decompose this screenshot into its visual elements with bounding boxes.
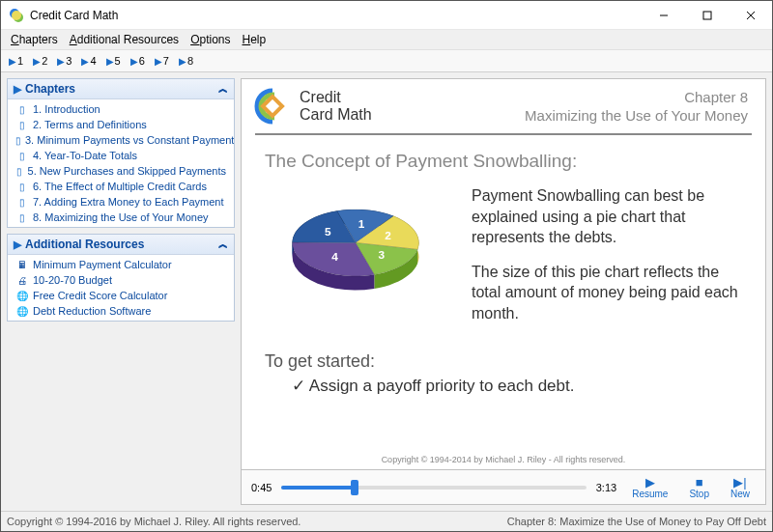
svg-text:2: 2 <box>385 229 391 242</box>
sidebar-chapter-item[interactable]: ▯6. The Effect of Multiple Credit Cards <box>8 179 234 194</box>
divider <box>255 133 752 135</box>
sidebar-chapter-item[interactable]: ▯8. Maximizing the Use of Your Money <box>8 210 234 225</box>
skip-icon: ▶| <box>733 476 746 489</box>
paragraph-2: The size of this pie chart reflects the … <box>472 262 742 324</box>
toolbar-chapter-5[interactable]: ▶5 <box>102 53 125 69</box>
minimize-button[interactable] <box>642 1 685 29</box>
resources-panel: ▶ Additional Resources ︽ 🖩Minimum Paymen… <box>7 234 235 322</box>
chapter-name: Maximizing the Use of Your Money <box>525 106 748 126</box>
chapter-label: Chapter 8 <box>525 88 748 107</box>
menu-help[interactable]: Help <box>237 31 272 48</box>
page-icon: ▯ <box>15 104 29 115</box>
resource-icon: 🌐 <box>15 306 29 317</box>
chapters-panel: ▶ Chapters ︽ ▯1. Introduction▯2. Terms a… <box>7 78 235 228</box>
slide-copyright: Copyright © 1994-2014 by Michael J. Rile… <box>242 451 765 469</box>
sidebar-chapter-item[interactable]: ▯3. Minimum Payments vs Constant Payment… <box>8 132 234 148</box>
progress-slider[interactable] <box>281 486 586 490</box>
toolbar-chapter-8[interactable]: ▶8 <box>175 53 197 69</box>
toolbar-chapter-7[interactable]: ▶7 <box>151 53 173 69</box>
toolbar-chapter-3[interactable]: ▶3 <box>53 53 75 69</box>
status-right: Chapter 8: Maximize the Use of Money to … <box>507 516 766 527</box>
sidebar-chapter-item[interactable]: ▯7. Adding Extra Money to Each Payment <box>8 194 234 210</box>
page-icon: ▯ <box>15 166 24 177</box>
window-title: Credit Card Math <box>30 9 642 22</box>
sidebar-chapter-item[interactable]: ▯4. Year-To-Date Totals <box>8 148 234 163</box>
svg-text:1: 1 <box>358 217 365 231</box>
resources-panel-header[interactable]: ▶ Additional Resources ︽ <box>8 235 234 255</box>
resource-icon: 🌐 <box>15 291 29 301</box>
status-left: Copyright © 1994-2016 by Michael J. Rile… <box>7 516 301 527</box>
menu-options[interactable]: Options <box>185 31 236 48</box>
svg-point-2 <box>12 11 21 20</box>
sidebar-resource-item[interactable]: 🌐Free Credit Score Calculator <box>8 288 234 303</box>
sidebar-resource-item[interactable]: 🖨10-20-70 Budget <box>8 272 234 288</box>
status-bar: Copyright © 1994-2016 by Michael J. Rile… <box>1 511 772 531</box>
time-elapsed: 0:45 <box>251 482 272 493</box>
collapse-icon: ︽ <box>218 82 228 96</box>
close-button[interactable] <box>729 1 772 29</box>
play-icon: ▶ <box>9 56 16 67</box>
menu-chapters[interactable]: Chapters <box>5 31 64 48</box>
slide-body: The Concept of Payment Snowballing: 1234… <box>242 145 765 451</box>
brand-line2: Card Math <box>300 106 372 124</box>
toolbar-chapter-2[interactable]: ▶2 <box>29 53 51 69</box>
play-icon: ▶ <box>57 56 65 67</box>
resources-title: Additional Resources <box>25 238 144 251</box>
stop-icon: ■ <box>696 476 703 489</box>
page-icon: ▯ <box>15 151 29 161</box>
maximize-button[interactable] <box>685 1 729 29</box>
sidebar-resource-item[interactable]: 🌐Debt Reduction Software <box>8 303 234 319</box>
brand: Credit Card Math <box>253 87 372 126</box>
menubar: Chapters Additional Resources Options He… <box>1 30 772 49</box>
sidebar-chapter-item[interactable]: ▯2. Terms and Definitions <box>8 117 234 132</box>
brand-line1: Credit <box>300 89 372 106</box>
chapters-title: Chapters <box>25 82 75 96</box>
chapter-heading: Chapter 8 Maximizing the Use of Your Mon… <box>525 88 748 126</box>
slide-heading: The Concept of Payment Snowballing: <box>265 151 742 172</box>
svg-text:4: 4 <box>331 250 338 264</box>
menu-resources[interactable]: Additional Resources <box>64 31 185 48</box>
new-button[interactable]: ▶|New <box>725 476 756 499</box>
play-icon: ▶ <box>106 56 114 67</box>
collapse-icon: ︽ <box>218 238 228 251</box>
chapters-panel-header[interactable]: ▶ Chapters ︽ <box>8 79 234 99</box>
page-icon: ▯ <box>15 135 21 146</box>
toolbar: ▶1▶2▶3▶4▶5▶6▶7▶8 <box>1 49 772 72</box>
stop-button[interactable]: ■Stop <box>683 476 715 499</box>
sidebar-chapter-item[interactable]: ▯5. New Purchases and Skipped Payments <box>8 163 234 179</box>
resource-icon: 🖨 <box>15 275 29 286</box>
sidebar: ▶ Chapters ︽ ▯1. Introduction▯2. Terms a… <box>1 72 241 511</box>
paragraph-1: Payment Snowballing can best be explaine… <box>472 185 742 248</box>
play-icon: ▶ <box>14 238 21 251</box>
resource-icon: 🖩 <box>15 260 29 270</box>
svg-text:3: 3 <box>378 248 385 262</box>
play-icon: ▶ <box>14 83 21 96</box>
svg-rect-4 <box>703 12 711 19</box>
page-icon: ▯ <box>15 197 29 208</box>
bullet-item: ✓ Assign a payoff priority to each debt. <box>265 376 742 396</box>
pie-chart: 12345 <box>265 185 448 311</box>
page-icon: ▯ <box>15 212 29 223</box>
brand-logo-icon <box>253 87 292 126</box>
app-icon <box>9 8 24 23</box>
resume-button[interactable]: ▶Resume <box>626 476 673 499</box>
content-pane: Credit Card Math Chapter 8 Maximizing th… <box>241 78 766 505</box>
time-total: 3:13 <box>596 482 616 493</box>
sidebar-resource-item[interactable]: 🖩Minimum Payment Calculator <box>8 257 234 272</box>
play-icon: ▶ <box>33 56 41 67</box>
page-icon: ▯ <box>15 120 29 130</box>
play-icon: ▶ <box>155 56 162 67</box>
sidebar-chapter-item[interactable]: ▯1. Introduction <box>8 101 234 117</box>
play-icon: ▶ <box>645 476 655 489</box>
play-icon: ▶ <box>81 56 89 67</box>
page-icon: ▯ <box>15 182 29 192</box>
subheading: To get started: <box>265 351 742 372</box>
player-bar: 0:45 3:13 ▶Resume ■Stop ▶|New <box>242 469 765 504</box>
play-icon: ▶ <box>179 56 186 67</box>
svg-text:5: 5 <box>325 225 331 238</box>
toolbar-chapter-1[interactable]: ▶1 <box>5 53 27 69</box>
toolbar-chapter-4[interactable]: ▶4 <box>77 53 100 69</box>
titlebar: Credit Card Math <box>1 1 772 30</box>
toolbar-chapter-6[interactable]: ▶6 <box>127 53 149 69</box>
play-icon: ▶ <box>130 56 138 67</box>
